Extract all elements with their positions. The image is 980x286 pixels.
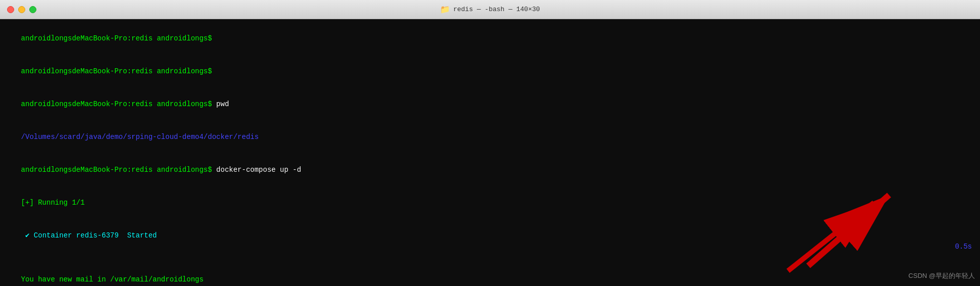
prompt-4: androidlongsdeMacBook-Pro:redis androidl…	[21, 166, 216, 174]
title-bar-buttons	[7, 6, 36, 13]
title-bar-title: 📁 redis — -bash — 140×30	[440, 5, 540, 15]
title-bar: 📁 redis — -bash — 140×30	[0, 0, 980, 19]
maximize-button[interactable]	[29, 6, 36, 13]
terminal-line-1: androidlongsdeMacBook-Pro:redis androidl…	[4, 22, 976, 55]
path-output: /Volumes/scard/java/demo/srping-cloud-de…	[21, 133, 259, 141]
terminal-line-5: androidlongsdeMacBook-Pro:redis androidl…	[4, 154, 976, 186]
running-output: [+] Running 1/1	[21, 199, 85, 207]
prompt-3: androidlongsdeMacBook-Pro:redis androidl…	[21, 100, 216, 108]
window-title: redis — -bash — 140×30	[453, 6, 540, 13]
terminal-line-2: androidlongsdeMacBook-Pro:redis androidl…	[4, 55, 976, 88]
container-started-output: ✔ Container redis-6379 Started	[21, 231, 157, 240]
close-button[interactable]	[7, 6, 14, 13]
terminal-line-3: androidlongsdeMacBook-Pro:redis androidl…	[4, 88, 976, 121]
watermark: CSDN @早起的年轻人	[908, 271, 975, 281]
cmd-docker-compose: docker-compose up -d	[216, 166, 301, 174]
folder-icon: 📁	[440, 5, 450, 15]
cmd-pwd: pwd	[216, 100, 229, 108]
mail-output: You have new mail in /var/mail/androidlo…	[21, 275, 204, 283]
prompt-1: androidlongsdeMacBook-Pro:redis androidl…	[21, 34, 216, 42]
terminal-line-6: [+] Running 1/1	[4, 186, 976, 219]
timing-output: 0.5s	[955, 242, 972, 253]
terminal-line-8: You have new mail in /var/mail/androidlo…	[4, 263, 976, 286]
terminal[interactable]: androidlongsdeMacBook-Pro:redis androidl…	[0, 19, 980, 286]
terminal-line-7: ✔ Container redis-6379 Started 0.5s	[4, 219, 976, 263]
prompt-2: androidlongsdeMacBook-Pro:redis androidl…	[21, 67, 216, 75]
terminal-line-4: /Volumes/scard/java/demo/srping-cloud-de…	[4, 121, 976, 154]
minimize-button[interactable]	[18, 6, 25, 13]
